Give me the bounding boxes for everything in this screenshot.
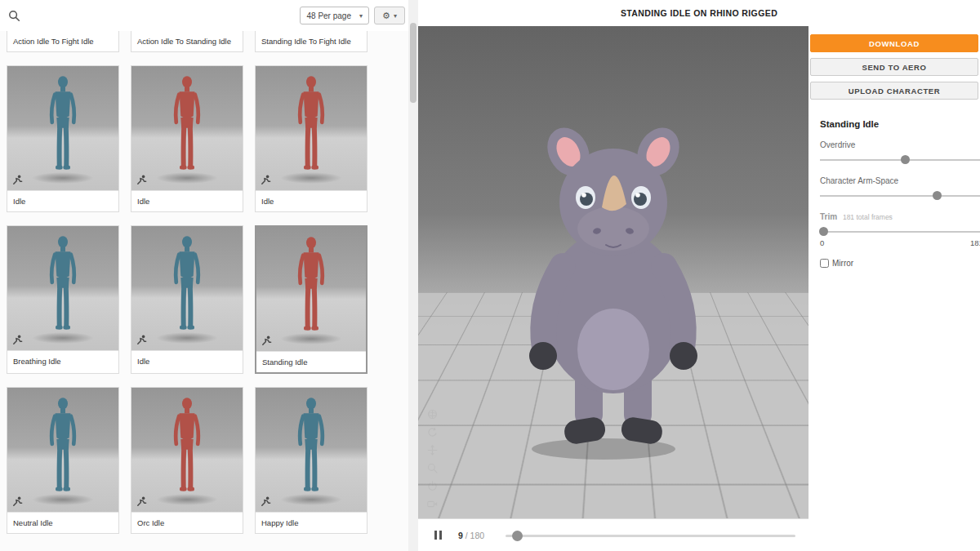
library-scrollbar[interactable] [408, 0, 418, 551]
chevron-down-icon: ▾ [394, 12, 397, 20]
send-to-aero-button[interactable]: SEND TO AERO [810, 58, 978, 76]
slider-handle[interactable] [933, 191, 942, 200]
animation-card-label: Idle [131, 350, 243, 371]
animation-thumbnail[interactable] [7, 388, 118, 512]
animation-thumbnail[interactable] [131, 66, 243, 190]
arm-space-label: Character Arm-Space [820, 176, 980, 185]
scrollbar-thumb[interactable] [410, 23, 416, 103]
arm-space-control: Character Arm-Space [820, 176, 980, 201]
animation-run-icon [136, 175, 147, 185]
animation-run-icon [12, 175, 23, 185]
animation-thumbnail[interactable] [256, 227, 366, 351]
per-page-select[interactable]: 48 Per page ▾ [300, 7, 369, 24]
animation-run-icon [261, 335, 272, 346]
animation-thumbnail[interactable] [131, 226, 243, 350]
orbit-icon[interactable] [426, 426, 439, 438]
animation-thumbnail[interactable] [131, 388, 243, 512]
timeline-handle[interactable] [512, 531, 523, 541]
animation-grid: Idle Idle Idle [7, 65, 408, 534]
animation-card[interactable]: Idle [131, 225, 243, 374]
animation-run-icon [136, 335, 147, 345]
trim-range-labels: 0 181 [820, 238, 980, 249]
animation-thumbnail[interactable] [7, 66, 118, 190]
reset-icon[interactable] [426, 480, 439, 492]
globe-icon[interactable] [426, 408, 439, 420]
partial-card-row: Action Idle To Fight Idle Action Idle To… [7, 31, 408, 52]
animation-run-icon [12, 496, 23, 507]
pause-button[interactable] [431, 527, 445, 543]
pause-bar [434, 531, 437, 540]
viewport-tools [426, 408, 439, 510]
animation-card-label: Breathing Idle [7, 350, 118, 371]
total-frames: 180 [470, 531, 485, 540]
slider-handle[interactable] [901, 155, 910, 164]
frame-divider: / [463, 531, 470, 540]
animation-name: Standing Idle [820, 119, 980, 129]
animation-card-label[interactable]: Action Idle To Fight Idle [7, 31, 119, 52]
animation-card-label: Happy Idle [256, 512, 367, 533]
animation-thumbnail[interactable] [256, 66, 367, 190]
download-button[interactable]: DOWNLOAD [810, 34, 978, 52]
character-figure [38, 396, 88, 500]
timeline-track[interactable] [506, 535, 795, 537]
chevron-down-icon: ▾ [359, 12, 363, 20]
library-header: 48 Per page ▾ ⚙ ▾ [0, 0, 408, 31]
animation-card[interactable]: Happy Idle [255, 387, 368, 534]
animation-card-label: Orc Idle [131, 512, 243, 533]
mirror-checkbox[interactable] [820, 259, 829, 268]
animation-card[interactable]: Idle [7, 65, 119, 212]
character-figure [286, 74, 336, 179]
slider-track[interactable] [820, 231, 980, 233]
playback-bar: 9 / 180 [418, 518, 808, 551]
mirror-label[interactable]: Mirror [832, 259, 853, 268]
animation-thumbnail[interactable] [256, 388, 367, 512]
trim-slider[interactable] [820, 227, 980, 237]
library-header-controls: 48 Per page ▾ ⚙ ▾ [300, 7, 405, 24]
viewport-column: 9 / 180 [418, 26, 808, 551]
pan-icon[interactable] [426, 444, 439, 456]
search-icon[interactable] [7, 8, 21, 23]
frame-counter: 9 / 180 [458, 531, 484, 540]
slider-track[interactable] [820, 195, 980, 197]
animation-card[interactable]: Breathing Idle [7, 225, 119, 374]
zoom-icon[interactable] [426, 462, 439, 474]
animation-card[interactable]: Standing Idle [255, 225, 368, 374]
animation-card-label[interactable]: Standing Idle To Fight Idle [255, 31, 368, 52]
character-figure [38, 234, 88, 339]
character-figure [162, 396, 212, 500]
overdrive-slider[interactable] [820, 155, 980, 165]
overdrive-control: Overdrive [820, 140, 980, 165]
mirror-control: Mirror [820, 259, 980, 268]
trim-label: Trim [820, 212, 837, 221]
character-figure [38, 74, 88, 179]
upload-character-button[interactable]: UPLOAD CHARACTER [810, 82, 978, 100]
settings-panel: DOWNLOAD SEND TO AERO UPLOAD CHARACTER S… [808, 26, 980, 551]
timeline-slider[interactable] [506, 530, 795, 541]
character-figure [286, 235, 336, 340]
arm-space-slider[interactable] [820, 191, 980, 201]
trim-max: 181 [970, 238, 980, 247]
animation-card[interactable]: Idle [255, 65, 368, 212]
camera-icon[interactable] [426, 498, 439, 510]
animation-card-label[interactable]: Action Idle To Standing Idle [131, 31, 243, 52]
trim-handle[interactable] [819, 227, 828, 236]
animation-run-icon [261, 175, 271, 185]
animation-library-panel: 48 Per page ▾ ⚙ ▾ Action Idle To Fight I… [0, 0, 408, 551]
animation-card-label: Idle [256, 190, 367, 211]
animation-thumbnail[interactable] [7, 226, 118, 350]
rhino-character[interactable] [491, 106, 736, 465]
animation-run-icon [261, 496, 271, 507]
animation-card[interactable]: Neutral Idle [7, 387, 119, 534]
per-page-value: 48 Per page [306, 11, 351, 20]
character-figure [286, 396, 336, 500]
animation-run-icon [12, 335, 23, 345]
animation-card[interactable]: Orc Idle [131, 387, 243, 534]
3d-viewport[interactable] [418, 26, 808, 518]
character-figure [162, 74, 212, 179]
animation-run-icon [136, 496, 147, 507]
settings-button[interactable]: ⚙ ▾ [374, 7, 405, 24]
overdrive-label: Overdrive [820, 140, 980, 149]
animation-card[interactable]: Idle [131, 65, 243, 212]
mixamo-app: 48 Per page ▾ ⚙ ▾ Action Idle To Fight I… [0, 0, 980, 551]
gear-icon: ⚙ [382, 11, 390, 21]
